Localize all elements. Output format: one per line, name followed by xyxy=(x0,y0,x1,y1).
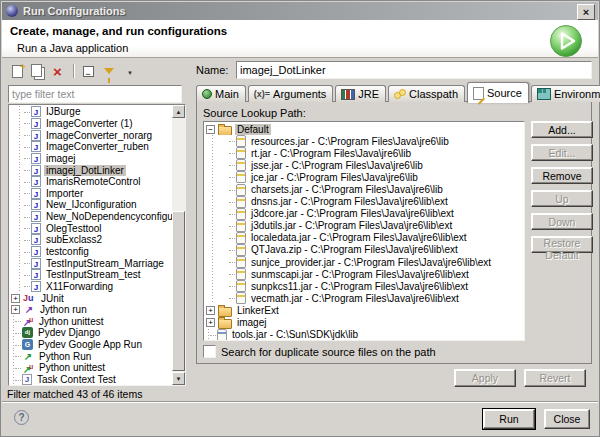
source-tree-item[interactable]: j3dutils.jar - C:\Program Files\Java\jre… xyxy=(204,220,524,232)
source-tree-item[interactable]: sunmscapi.jar - C:\Program Files\Java\jr… xyxy=(204,268,524,280)
filter-configs-button[interactable] xyxy=(100,63,118,80)
source-tree-item[interactable]: jce.jar - C:\Program Files\Java\jre6\lib xyxy=(204,171,524,183)
source-tree-item[interactable]: dnsns.jar - C:\Program Files\Java\jre6\l… xyxy=(204,196,524,208)
source-tree-item[interactable]: rt.jar - C:\Program Files\Java\jre6\lib xyxy=(204,147,524,159)
config-tree-item[interactable]: ↗uJython unittest xyxy=(9,316,172,328)
restore-default-button[interactable]: Restore Default xyxy=(531,236,593,253)
delete-config-button[interactable] xyxy=(50,63,68,80)
up-button[interactable]: Up xyxy=(531,190,593,207)
tab-label: Main xyxy=(215,88,239,100)
tab-environment[interactable]: Environment xyxy=(531,85,600,102)
source-tree-item[interactable]: imagej xyxy=(204,317,524,329)
java-app-icon: J xyxy=(31,211,41,222)
down-button[interactable]: Down xyxy=(531,213,593,230)
config-tree-item[interactable]: JTestInputStream_test xyxy=(9,269,172,281)
name-input[interactable] xyxy=(236,61,592,79)
tree-item-label: Pydev Django xyxy=(36,327,102,338)
config-tree-item[interactable]: Jimagej_DotLinker xyxy=(9,164,172,176)
config-tree-item[interactable]: djPydev Django xyxy=(9,327,172,339)
config-tree-item[interactable]: JTask Context Test xyxy=(9,374,172,385)
source-tree-item[interactable]: j3dcore.jar - C:\Program Files\Java\jre6… xyxy=(204,208,524,220)
source-tree-item[interactable]: vecmath.jar - C:\Program Files\Java\jre6… xyxy=(204,292,524,304)
config-tree-item[interactable]: JImageConverter (1) xyxy=(9,118,172,130)
config-tree-item[interactable]: Jimagej xyxy=(9,153,172,165)
edit-button[interactable]: Edit... xyxy=(531,144,593,161)
expand-expander-icon[interactable] xyxy=(206,306,215,315)
filter-input[interactable] xyxy=(8,85,182,103)
tree-item-label: j3dutils.jar - C:\Program Files\Java\jre… xyxy=(249,220,454,231)
source-tree-item[interactable]: sunjce_provider.jar - C:\Program Files\J… xyxy=(204,256,524,268)
tree-scrollbar[interactable]: ▲ ▼ xyxy=(172,105,185,385)
source-tree-item[interactable]: tools.jar - C:\Sun\SDK\jdk\lib xyxy=(204,329,524,341)
title-bar[interactable]: Run Configurations xyxy=(2,2,598,20)
tree-guide xyxy=(11,164,31,176)
expand-expander-icon[interactable] xyxy=(11,294,20,303)
main-tab-icon xyxy=(202,89,212,99)
config-tree-item[interactable]: JX11Forwarding xyxy=(9,281,172,293)
tree-item-label: JUnit xyxy=(39,293,66,304)
source-tree-item[interactable]: QTJava.zip - C:\Program Files\Java\jre6\… xyxy=(204,244,524,256)
config-tree-item[interactable]: ↗uPython unittest xyxy=(9,362,172,374)
collapse-expander-icon[interactable] xyxy=(206,125,215,134)
config-tree-item[interactable]: JImageConverter_norarg xyxy=(9,129,172,141)
source-tree-item[interactable]: resources.jar - C:\Program Files\Java\jr… xyxy=(204,135,524,147)
config-tree-item[interactable]: JImarisRemoteControl xyxy=(9,176,172,188)
python-unittest-icon: ↗u xyxy=(22,362,34,374)
source-tree-item[interactable]: Default xyxy=(204,123,524,135)
config-tree-item[interactable]: JOlegTesttool xyxy=(9,222,172,234)
config-tree-item[interactable]: Jtestconfig xyxy=(9,246,172,258)
tab-main[interactable]: Main xyxy=(196,85,246,102)
config-tree-item[interactable]: ↗Jython run xyxy=(9,304,172,316)
config-tree-item[interactable]: GPydev Google App Run xyxy=(9,339,172,351)
tab-jre[interactable]: JRE xyxy=(335,85,386,102)
duplicate-search-checkbox[interactable] xyxy=(203,345,216,358)
collapse-all-button[interactable] xyxy=(79,63,97,80)
tab-arguments[interactable]: (x)=Arguments xyxy=(248,85,333,102)
tree-item-label: subExclass2 xyxy=(44,234,104,245)
run-button[interactable]: Run xyxy=(483,409,535,429)
config-tree-item[interactable]: JIJBurge xyxy=(9,106,172,118)
jar-icon xyxy=(236,159,246,171)
add-button[interactable]: Add... xyxy=(531,121,593,138)
config-tree-item[interactable]: JTestInputStream_Marriage xyxy=(9,257,172,269)
new-config-button[interactable] xyxy=(8,63,26,80)
config-tree-item[interactable]: JImageConverter_ruben xyxy=(9,141,172,153)
java-app-icon: J xyxy=(31,281,41,292)
tree-item-label: rt.jar - C:\Program Files\Java\jre6\lib xyxy=(249,148,413,159)
duplicate-config-button[interactable] xyxy=(29,63,47,80)
task-context-icon: J xyxy=(22,374,32,385)
tree-item-label: charsets.jar - C:\Program Files\Java\jre… xyxy=(249,184,445,195)
source-tree-item[interactable]: charsets.jar - C:\Program Files\Java\jre… xyxy=(204,183,524,195)
close-window-button[interactable] xyxy=(577,4,595,20)
apply-button[interactable]: Apply xyxy=(454,369,516,387)
tab-classpath[interactable]: Classpath xyxy=(388,85,465,102)
tree-guide xyxy=(206,171,236,183)
tab-source[interactable]: Source xyxy=(467,82,529,103)
close-button[interactable]: Close xyxy=(544,409,590,429)
config-tree-item[interactable]: JuJUnit xyxy=(9,292,172,304)
tree-item-label: Task Context Test xyxy=(35,374,118,385)
scroll-up-button[interactable]: ▲ xyxy=(172,105,185,118)
config-tree-item[interactable]: JImporter xyxy=(9,187,172,199)
source-tree-item[interactable]: jsse.jar - C:\Program Files\Java\jre6\li… xyxy=(204,159,524,171)
config-tree-item[interactable]: ↗Python Run xyxy=(9,350,172,362)
source-tree-item[interactable]: sunpkcs11.jar - C:\Program Files\Java\jr… xyxy=(204,280,524,292)
scrollbar-thumb[interactable] xyxy=(172,211,185,371)
config-tree-item[interactable]: JNew_IJconfiguration xyxy=(9,199,172,211)
java-app-icon: J xyxy=(31,234,41,245)
config-tree-item[interactable]: JNew_NoDependencyconfiguration xyxy=(9,211,172,223)
source-tab-icon xyxy=(473,87,484,100)
tree-item-label: ImageConverter (1) xyxy=(44,118,135,129)
source-tree-item[interactable]: localedata.jar - C:\Program Files\Java\j… xyxy=(204,232,524,244)
view-menu-button[interactable] xyxy=(121,63,139,80)
source-tree-item[interactable]: LinkerExt xyxy=(204,304,524,316)
apply-revert-row: Apply Revert xyxy=(454,369,586,387)
tree-item-label: LinkerExt xyxy=(235,305,281,316)
revert-button[interactable]: Revert xyxy=(524,369,586,387)
config-tree-item[interactable]: JsubExclass2 xyxy=(9,234,172,246)
scroll-down-button[interactable]: ▼ xyxy=(172,372,185,385)
expand-expander-icon[interactable] xyxy=(11,305,20,314)
help-button[interactable]: ? xyxy=(14,410,29,425)
remove-button[interactable]: Remove xyxy=(531,167,593,184)
expand-expander-icon[interactable] xyxy=(206,318,215,327)
